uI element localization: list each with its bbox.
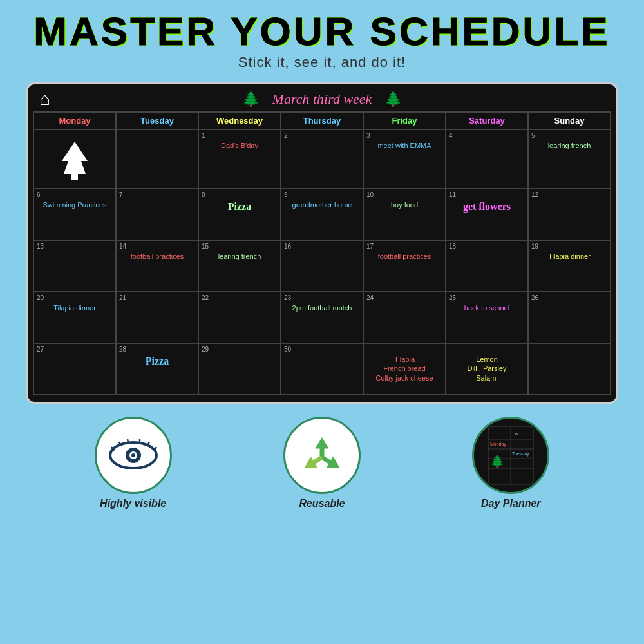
day-header-tuesday: Tuesday — [116, 112, 198, 129]
cal-cell: 16 — [281, 240, 363, 292]
cell-text: back to school — [449, 303, 525, 312]
cell-number: 30 — [284, 346, 291, 353]
cal-cell: 11get flowers — [446, 189, 528, 240]
day-header-thursday: Thursday — [281, 112, 363, 129]
cal-cell: 19Tilapia dinner — [528, 240, 611, 292]
cell-number: 5 — [531, 132, 535, 139]
cal-cell: 3meet with EMMA — [363, 129, 446, 189]
cell-number: 15 — [202, 243, 209, 250]
cell-text: buy food — [366, 200, 442, 209]
cal-cell: 9grandmother home — [281, 189, 363, 240]
cal-cell: 4 — [446, 129, 528, 189]
cell-number: 23 — [284, 294, 291, 301]
calendar-header: ⌂ 🌲 March third week 🌲 — [33, 91, 611, 108]
cal-cell: 25back to school — [446, 292, 528, 343]
cell-number: 14 — [119, 243, 126, 250]
day-header-saturday: Saturday — [446, 112, 528, 129]
cell-number: 24 — [366, 294, 374, 301]
tree-icon-left: 🌲 — [242, 91, 260, 108]
cal-cell: 17football practices — [363, 240, 446, 292]
cell-text: Swimming Practices — [37, 200, 113, 209]
cal-cell: 8Pizza — [198, 189, 281, 240]
cal-cell: 5learing french — [528, 129, 611, 189]
cell-text: Pizza — [119, 355, 195, 368]
cal-cell: 20Tilapia dinner — [33, 292, 116, 343]
planner-circle: Monday Tuesday 🌲 ⌂ — [472, 417, 549, 494]
tree-icon-right: 🌲 — [384, 91, 402, 108]
cal-cell: 12 — [528, 189, 611, 240]
cal-cell: 7 — [116, 189, 198, 240]
cell-text: Pizza — [202, 200, 278, 214]
bottom-section: Highly visible Reusable — [0, 410, 644, 509]
cell-text: TilapiaFrench breadColby jack cheese — [366, 355, 442, 383]
cell-text: 2pm football match — [284, 303, 360, 312]
svg-text:🌲: 🌲 — [490, 454, 505, 468]
cell-number: 22 — [202, 294, 209, 301]
cell-number: 2 — [284, 132, 288, 139]
cal-cell: 18 — [446, 240, 528, 292]
eye-icon — [108, 439, 159, 471]
cell-number: 8 — [202, 191, 205, 198]
cal-cell: 14football practices — [116, 240, 198, 292]
house-icon: ⌂ — [39, 89, 50, 109]
svg-marker-0 — [62, 142, 88, 180]
cell-number: 19 — [531, 243, 538, 250]
cal-cell — [33, 129, 116, 189]
cell-text: Dad's B'day — [202, 141, 278, 150]
day-header-sunday: Sunday — [528, 112, 611, 129]
cal-cell: 27 — [33, 343, 116, 395]
cell-number: 29 — [202, 346, 209, 353]
cal-cell: 6Swimming Practices — [33, 189, 116, 240]
cell-number: 9 — [284, 191, 288, 198]
cal-cell: 13 — [33, 240, 116, 292]
cal-cell: 21 — [116, 292, 198, 343]
calendar-grid: MondayTuesdayWednesdayThursdayFridaySatu… — [33, 111, 611, 395]
cell-text: meet with EMMA — [366, 141, 442, 150]
cell-number: 16 — [284, 243, 291, 250]
cal-cell: 24 — [363, 292, 446, 343]
cal-cell: LemonDill , ParsleySalami — [446, 343, 528, 395]
cal-cell: 2 — [281, 129, 363, 189]
cal-cell: 15learing french — [198, 240, 281, 292]
cell-number: 18 — [449, 243, 456, 250]
cell-text: Tilapia dinner — [37, 303, 113, 312]
recycle-circle — [283, 417, 361, 494]
cell-number: 21 — [119, 294, 126, 301]
eye-circle — [95, 417, 172, 494]
planner-item: Monday Tuesday 🌲 ⌂ Day Planner — [472, 417, 549, 509]
cell-number: 1 — [202, 132, 205, 139]
tree-decoration — [37, 138, 113, 186]
cell-number: 25 — [449, 294, 456, 301]
cal-cell: TilapiaFrench breadColby jack cheese — [363, 343, 446, 395]
svg-text:⌂: ⌂ — [514, 430, 518, 439]
top-section: MASTER YOUR SCHEDULE Stick it, see it, a… — [0, 0, 644, 77]
cell-number: 17 — [366, 243, 374, 250]
recycle-icon — [299, 433, 345, 478]
day-header-wednesday: Wednesday — [198, 112, 281, 129]
cell-number: 28 — [119, 346, 126, 353]
cell-number: 7 — [119, 191, 123, 198]
main-title: MASTER YOUR SCHEDULE — [6, 12, 638, 52]
day-header-friday: Friday — [363, 112, 446, 129]
cal-cell: 1Dad's B'day — [198, 129, 281, 189]
cal-cell: 26 — [528, 292, 611, 343]
visible-label: Highly visible — [100, 498, 166, 509]
svg-text:Tuesday: Tuesday — [512, 451, 529, 457]
svg-line-7 — [128, 439, 128, 443]
calendar-board: ⌂ 🌲 March third week 🌲 MondayTuesdayWedn… — [26, 82, 618, 404]
cell-text: get flowers — [449, 200, 525, 214]
day-header-monday: Monday — [33, 112, 116, 129]
cell-text: LemonDill , ParsleySalami — [449, 355, 525, 383]
subtitle: Stick it, see it, and do it! — [6, 54, 638, 71]
planner-label: Day Planner — [481, 498, 540, 509]
cell-text: learing french — [202, 252, 278, 261]
cell-text: learing french — [531, 141, 607, 150]
cell-text: Tilapia dinner — [531, 252, 607, 261]
reusable-item: Reusable — [283, 417, 361, 509]
svg-point-4 — [131, 453, 135, 457]
cell-text: grandmother home — [284, 200, 360, 209]
cell-number: 10 — [366, 191, 374, 198]
planner-icon: Monday Tuesday 🌲 ⌂ — [478, 423, 543, 488]
cal-cell: 28Pizza — [116, 343, 198, 395]
cell-text: football practices — [366, 252, 442, 261]
